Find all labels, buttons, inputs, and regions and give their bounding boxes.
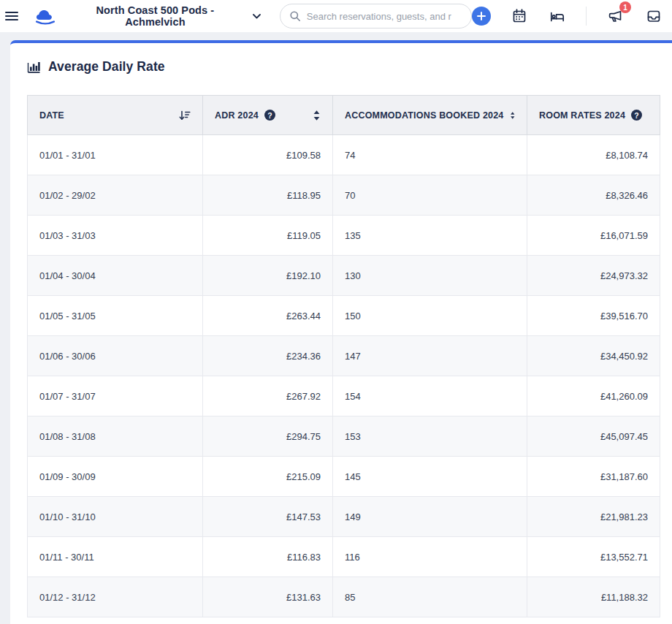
search-box[interactable] xyxy=(280,4,472,28)
create-button[interactable] xyxy=(472,7,491,26)
plus-icon xyxy=(477,12,486,20)
column-header-booked[interactable]: ACCOMMODATIONS BOOKED 2024 xyxy=(333,96,527,135)
calendar-button[interactable] xyxy=(510,7,529,26)
table-row: 01/03 - 31/03 £119.05 135 £16,071.59 xyxy=(28,216,660,256)
date-cell: 01/03 - 31/03 xyxy=(28,216,203,256)
booked-cell: 145 xyxy=(333,457,527,497)
search-icon xyxy=(289,10,301,22)
booked-cell: 154 xyxy=(333,376,527,416)
adr-cell: £215.09 xyxy=(203,457,333,497)
property-selector[interactable]: North Coast 500 Pods - Achmelvich xyxy=(65,4,261,28)
adr-card: Average Daily Rate DATE xyxy=(10,40,672,624)
search-input[interactable] xyxy=(307,11,462,22)
adr-header-label: ADR 2024 xyxy=(215,110,259,121)
hamburger-menu-button[interactable] xyxy=(4,9,20,23)
sort-toggle-icon[interactable] xyxy=(313,110,321,121)
chevron-down-icon xyxy=(253,14,261,19)
room-rates-header-label: ROOM RATES 2024 xyxy=(539,110,625,121)
adr-cell: £234.36 xyxy=(203,336,333,376)
booked-cell: 149 xyxy=(333,497,527,537)
room-rates-cell: £21,981.23 xyxy=(527,497,660,537)
table-row: 01/02 - 29/02 £118.95 70 £8,326.46 xyxy=(28,175,660,216)
inbox-button[interactable] xyxy=(644,7,663,26)
adr-cell: £192.10 xyxy=(203,256,333,296)
content-area: Average Daily Rate DATE xyxy=(0,32,672,624)
table-row: 01/10 - 31/10 £147.53 149 £21,981.23 xyxy=(28,497,660,537)
date-cell: 01/08 - 31/08 xyxy=(28,416,203,457)
booked-cell: 150 xyxy=(333,296,527,336)
adr-cell: £263.44 xyxy=(203,296,333,336)
date-header-label: DATE xyxy=(39,110,64,121)
column-header-date[interactable]: DATE xyxy=(28,96,203,135)
sort-descending-icon[interactable] xyxy=(177,109,191,122)
adr-cell: £131.63 xyxy=(203,577,333,617)
date-cell: 01/09 - 30/09 xyxy=(28,457,203,497)
topbar-actions: 1 xyxy=(472,7,663,26)
room-rates-cell: £24,973.32 xyxy=(527,256,660,296)
date-cell: 01/02 - 29/02 xyxy=(28,175,203,216)
room-rates-cell: £16,071.59 xyxy=(527,216,660,256)
table-row: 01/05 - 31/05 £263.44 150 £39,516.70 xyxy=(28,296,660,336)
topbar: North Coast 500 Pods - Achmelvich xyxy=(0,0,672,32)
booked-cell: 147 xyxy=(333,336,527,376)
bar-chart-icon xyxy=(27,60,41,74)
room-rates-cell: £39,516.70 xyxy=(527,296,660,336)
table-body: 01/01 - 31/01 £109.58 74 £8,108.74 01/02… xyxy=(28,135,660,617)
pod-logo-icon xyxy=(34,7,56,26)
adr-cell: £147.53 xyxy=(203,497,333,537)
room-rates-cell: £34,450.92 xyxy=(527,336,660,376)
room-rates-help-icon[interactable]: ? xyxy=(631,110,642,121)
page-title: Average Daily Rate xyxy=(27,59,672,75)
announcements-button[interactable]: 1 xyxy=(606,7,625,26)
table-row: 01/04 - 30/04 £192.10 130 £24,973.32 xyxy=(28,256,660,296)
app-logo xyxy=(34,7,56,26)
adr-cell: £118.95 xyxy=(203,175,333,216)
room-rates-cell: £11,188.32 xyxy=(527,577,660,617)
column-header-room-rates[interactable]: ROOM RATES 2024 ? xyxy=(527,96,660,135)
adr-table: DATE ADR 2024 xyxy=(27,95,660,617)
table-row: 01/06 - 30/06 £234.36 147 £34,450.92 xyxy=(28,336,660,376)
sort-toggle-icon[interactable] xyxy=(510,110,516,121)
table-row: 01/01 - 31/01 £109.58 74 £8,108.74 xyxy=(28,135,660,175)
adr-help-icon[interactable]: ? xyxy=(264,110,275,121)
calendar-icon xyxy=(511,8,527,24)
table-row: 01/12 - 31/12 £131.63 85 £11,188.32 xyxy=(28,577,660,617)
table-row: 01/07 - 31/07 £267.92 154 £41,260.09 xyxy=(28,376,660,416)
date-cell: 01/10 - 31/10 xyxy=(28,497,203,537)
date-cell: 01/07 - 31/07 xyxy=(28,376,203,416)
room-rates-cell: £8,326.46 xyxy=(527,175,660,216)
booked-cell: 85 xyxy=(333,577,527,617)
booked-cell: 70 xyxy=(333,175,527,216)
inbox-icon xyxy=(646,8,662,24)
notification-badge: 1 xyxy=(619,1,631,13)
table-row: 01/09 - 30/09 £215.09 145 £31,187.60 xyxy=(28,457,660,497)
date-cell: 01/04 - 30/04 xyxy=(28,256,203,296)
booked-cell: 153 xyxy=(333,416,527,457)
accommodations-button[interactable] xyxy=(548,7,567,26)
table-row: 01/11 - 30/11 £116.83 116 £13,552.71 xyxy=(28,537,660,577)
room-rates-cell: £45,097.45 xyxy=(527,416,660,457)
booked-cell: 130 xyxy=(333,256,527,296)
column-header-adr[interactable]: ADR 2024 ? xyxy=(203,96,333,135)
bed-icon xyxy=(549,8,565,24)
adr-cell: £116.83 xyxy=(203,537,333,577)
table-row: 01/08 - 31/08 £294.75 153 £45,097.45 xyxy=(28,416,660,457)
booked-cell: 135 xyxy=(333,216,527,256)
date-cell: 01/01 - 31/01 xyxy=(28,135,203,175)
booked-header-label: ACCOMMODATIONS BOOKED 2024 xyxy=(345,110,504,121)
adr-cell: £294.75 xyxy=(203,416,333,457)
room-rates-cell: £31,187.60 xyxy=(527,457,660,497)
booked-cell: 74 xyxy=(333,135,527,175)
page-title-text: Average Daily Rate xyxy=(48,59,165,75)
table-header-row: DATE ADR 2024 xyxy=(28,96,660,135)
booked-cell: 116 xyxy=(333,537,527,577)
adr-cell: £119.05 xyxy=(203,216,333,256)
hamburger-menu-icon xyxy=(5,11,18,21)
property-name: North Coast 500 Pods - Achmelvich xyxy=(65,4,245,28)
room-rates-cell: £13,552.71 xyxy=(527,537,660,577)
room-rates-cell: £41,260.09 xyxy=(527,376,660,416)
date-cell: 01/06 - 30/06 xyxy=(28,336,203,376)
date-cell: 01/12 - 31/12 xyxy=(28,577,203,617)
date-cell: 01/05 - 31/05 xyxy=(28,296,203,336)
adr-cell: £109.58 xyxy=(203,135,333,175)
